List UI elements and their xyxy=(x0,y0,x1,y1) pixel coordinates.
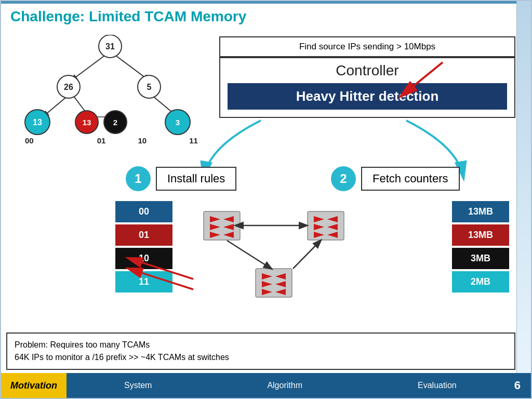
motivation-tab[interactable]: Motivation xyxy=(1,373,66,398)
page-title: Challenge: Limited TCAM Memory xyxy=(10,8,246,25)
tree-label-00: 00 xyxy=(25,136,34,145)
step1-label: Install rules xyxy=(156,167,236,191)
counter-3mb: 3MB xyxy=(452,248,509,269)
counter-13mb-1: 13MB xyxy=(452,201,509,222)
rule-10: 10 xyxy=(115,248,172,269)
counters-column: 13MB 13MB 3MB 2MB xyxy=(452,201,509,292)
page-number: 6 xyxy=(514,379,531,392)
tree-label-11: 11 xyxy=(189,136,198,145)
controller-area: Controller Heavy Hitter detection xyxy=(219,57,515,118)
svg-text:5: 5 xyxy=(147,83,152,91)
problem-line2: 64K IPs to monitor a /16 prefix >> ~4K T… xyxy=(15,351,507,364)
step1-circle: 1 xyxy=(126,166,151,191)
controller-title: Controller xyxy=(228,62,507,79)
hh-detection-box: Heavy Hitter detection xyxy=(228,83,507,110)
problem-box: Problem: Requires too many TCAMs 64K IPs… xyxy=(6,332,515,370)
step1-area: 1 Install rules xyxy=(126,166,236,191)
bottom-tabs: System Algorithm Evaluation xyxy=(66,381,514,390)
tab-system[interactable]: System xyxy=(124,381,152,390)
rule-11: 11 xyxy=(115,271,172,292)
switches-area xyxy=(178,201,370,315)
counter-13mb-2: 13MB xyxy=(452,224,509,246)
svg-text:26: 26 xyxy=(64,83,73,91)
svg-text:3: 3 xyxy=(176,118,180,127)
step2-label: Fetch counters xyxy=(361,167,460,191)
tree-label-01: 01 xyxy=(97,136,106,145)
svg-text:2: 2 xyxy=(113,118,117,127)
right-bar xyxy=(516,1,531,375)
rule-01: 01 xyxy=(115,224,172,246)
problem-line1: Problem: Requires too many TCAMs xyxy=(15,339,507,351)
tree-label-10: 10 xyxy=(138,136,147,145)
svg-rect-21 xyxy=(204,211,240,240)
tree-diagram: 31 26 5 13 13 2 3 00 01 10 11 xyxy=(6,35,214,154)
find-source-box: Find source IPs sending > 10Mbps xyxy=(219,36,515,57)
svg-text:13: 13 xyxy=(83,118,91,127)
tab-algorithm[interactable]: Algorithm xyxy=(267,381,302,390)
switches-svg xyxy=(178,201,370,315)
bottom-bar: Motivation System Algorithm Evaluation 6 xyxy=(1,373,531,398)
svg-rect-28 xyxy=(308,211,344,240)
top-right-area: Find source IPs sending > 10Mbps Control… xyxy=(219,36,515,118)
counter-2mb: 2MB xyxy=(452,271,509,292)
rule-00: 00 xyxy=(115,201,172,222)
svg-text:31: 31 xyxy=(105,42,115,51)
svg-rect-35 xyxy=(256,269,292,297)
tree-svg: 31 26 5 13 13 2 3 xyxy=(6,35,214,139)
svg-line-44 xyxy=(293,241,321,269)
slide: Challenge: Limited TCAM Memory 31 26 xyxy=(0,0,532,399)
rules-column: 00 01 10 11 xyxy=(115,201,172,292)
tree-labels: 00 01 10 11 xyxy=(6,136,214,145)
svg-text:13: 13 xyxy=(33,118,42,127)
step2-area: 2 Fetch counters xyxy=(331,166,460,191)
top-line xyxy=(1,1,531,4)
svg-line-43 xyxy=(227,241,271,269)
step2-circle: 2 xyxy=(331,166,356,191)
tab-evaluation[interactable]: Evaluation xyxy=(418,381,457,390)
